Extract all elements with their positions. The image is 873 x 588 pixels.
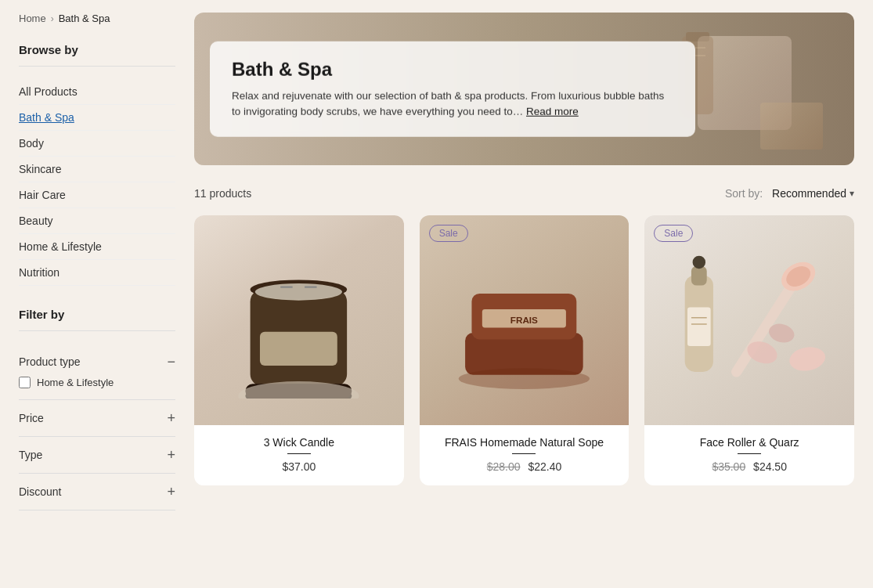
product-grid: 3 Wick Candle $37.00 xyxy=(194,215,854,485)
hero-banner: Bath & Spa Relax and rejuvenate with our… xyxy=(194,13,854,165)
product-price-candle: $37.00 xyxy=(207,460,391,473)
sidebar-item-beauty[interactable]: Beauty xyxy=(19,208,175,234)
svg-rect-6 xyxy=(260,332,337,366)
filter-product-type-header[interactable]: Product type − xyxy=(19,355,175,369)
svg-point-7 xyxy=(255,283,342,301)
sidebar-item-nutrition[interactable]: Nutrition xyxy=(19,260,175,286)
product-divider-roller xyxy=(738,453,761,455)
sidebar-item-all-products[interactable]: All Products xyxy=(19,79,175,105)
product-card-roller[interactable]: Sale Face Roller & Quarz $35.00 $24.50 xyxy=(644,215,854,485)
filter-discount-header[interactable]: Discount + xyxy=(19,485,175,499)
sidebar-item-bath-spa[interactable]: Bath & Spa xyxy=(19,105,175,131)
filter-price: Price + xyxy=(19,400,175,437)
soap-illustration: FRAIS xyxy=(446,241,603,399)
product-info-candle: 3 Wick Candle $37.00 xyxy=(194,425,404,486)
svg-rect-21 xyxy=(687,307,711,345)
browse-by-title: Browse by xyxy=(19,43,175,67)
product-original-price-soap: $28.00 xyxy=(487,460,521,473)
filter-by-title: Filter by xyxy=(19,308,175,331)
product-name-soap: FRAIS Homemade Natural Sope xyxy=(432,436,617,449)
hero-bg-decor-2 xyxy=(760,103,823,150)
product-count: 11 products xyxy=(194,187,251,200)
filter-price-header[interactable]: Price + xyxy=(19,411,175,425)
sale-badge-roller: Sale xyxy=(654,225,693,242)
breadcrumb-home[interactable]: Home xyxy=(19,13,46,24)
roller-illustration xyxy=(666,236,833,404)
filter-product-type: Product type − Home & Lifestyle xyxy=(19,344,175,400)
filter-price-toggle-icon: + xyxy=(167,411,175,425)
product-sale-price-soap: $22.40 xyxy=(528,460,561,473)
svg-point-29 xyxy=(788,345,828,373)
product-image-container-soap: FRAIS Sale xyxy=(420,215,629,425)
product-card-soap[interactable]: FRAIS Sale FRAIS Homemade Natural Sope $… xyxy=(420,215,629,485)
filter-product-type-label: Product type xyxy=(19,355,81,368)
breadcrumb-current: Bath & Spa xyxy=(59,13,110,24)
filter-product-type-toggle-icon: − xyxy=(167,355,175,369)
hero-overlay: Bath & Spa Relax and rejuvenate with our… xyxy=(210,41,695,137)
sale-badge-soap: Sale xyxy=(429,225,468,242)
sort-by-label: Sort by: xyxy=(725,187,763,200)
roller-image-bg xyxy=(644,215,854,425)
sort-by-chevron-icon: ▾ xyxy=(850,188,854,199)
svg-point-17 xyxy=(459,369,590,390)
svg-rect-1 xyxy=(686,32,709,41)
main-content: Bath & Spa Relax and rejuvenate with our… xyxy=(194,13,854,510)
product-price-soap: $28.00 $22.40 xyxy=(432,460,617,473)
sidebar-item-body[interactable]: Body xyxy=(19,131,175,157)
product-image-container-candle xyxy=(194,215,404,425)
sidebar-item-home-lifestyle[interactable]: Home & Lifestyle xyxy=(19,234,175,260)
breadcrumb: Home › Bath & Spa xyxy=(19,13,175,24)
product-card-candle[interactable]: 3 Wick Candle $37.00 xyxy=(194,215,404,485)
product-image-soap: FRAIS xyxy=(420,215,629,425)
product-info-roller: Face Roller & Quarz $35.00 $24.50 xyxy=(644,425,854,486)
product-list-header: 11 products Sort by: Recommended ▾ xyxy=(194,187,854,200)
sort-by-value: Recommended xyxy=(772,187,846,200)
category-nav: All Products Bath & Spa Body Skincare Ha… xyxy=(19,79,175,286)
sort-by-dropdown[interactable]: Sort by: Recommended ▾ xyxy=(725,187,854,200)
svg-text:FRAIS: FRAIS xyxy=(510,316,538,326)
breadcrumb-separator: › xyxy=(51,13,54,24)
soap-image-bg: FRAIS xyxy=(420,215,629,425)
product-sale-price-roller: $24.50 xyxy=(753,460,787,473)
filter-option-home-lifestyle[interactable]: Home & Lifestyle xyxy=(19,377,175,388)
product-divider-soap xyxy=(512,453,536,455)
product-image-container-roller: Sale xyxy=(644,215,854,425)
hero-description: Relax and rejuvenate with our selection … xyxy=(232,88,673,120)
filter-type-toggle-icon: + xyxy=(167,448,175,462)
filter-type: Type + xyxy=(19,437,175,474)
product-name-roller: Face Roller & Quarz xyxy=(657,436,842,449)
svg-point-20 xyxy=(693,255,705,268)
filter-section: Filter by Product type − Home & Lifestyl… xyxy=(19,308,175,510)
sidebar-item-hair-care[interactable]: Hair Care xyxy=(19,182,175,208)
candle-illustration xyxy=(220,241,377,399)
product-info-soap: FRAIS Homemade Natural Sope $28.00 $22.4… xyxy=(420,425,629,486)
candle-image-bg xyxy=(194,215,404,425)
hero-read-more[interactable]: Read more xyxy=(526,106,579,117)
filter-discount-toggle-icon: + xyxy=(167,485,175,499)
hero-title: Bath & Spa xyxy=(232,58,673,80)
product-divider-candle xyxy=(287,453,311,455)
filter-type-header[interactable]: Type + xyxy=(19,448,175,462)
filter-discount: Discount + xyxy=(19,474,175,510)
filter-type-label: Type xyxy=(19,449,42,461)
sidebar-item-skincare[interactable]: Skincare xyxy=(19,157,175,182)
product-image-roller xyxy=(644,215,854,425)
filter-checkbox-home-lifestyle[interactable] xyxy=(19,377,31,388)
filter-option-home-lifestyle-label: Home & Lifestyle xyxy=(37,377,114,388)
product-image-candle xyxy=(194,215,404,425)
filter-discount-label: Discount xyxy=(19,485,61,498)
product-original-price-roller: $35.00 xyxy=(712,460,745,473)
svg-rect-19 xyxy=(691,266,707,286)
sidebar: Home › Bath & Spa Browse by All Products… xyxy=(19,13,175,510)
product-price-roller: $35.00 $24.50 xyxy=(657,460,842,473)
product-name-candle: 3 Wick Candle xyxy=(207,436,391,449)
filter-price-label: Price xyxy=(19,412,44,424)
